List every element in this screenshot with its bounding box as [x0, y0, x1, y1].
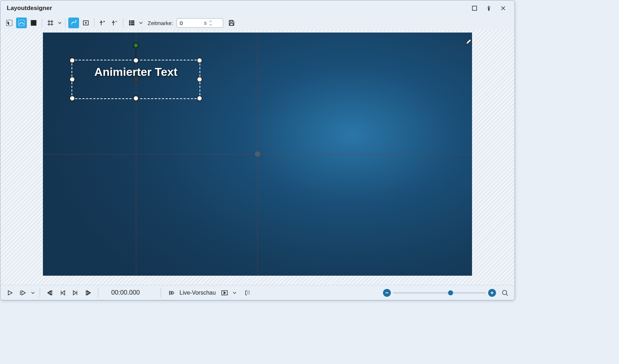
- bottombar-separator: [98, 288, 98, 297]
- toolbar: Zeitmarke: s: [0, 16, 515, 30]
- selected-object[interactable]: Animierter Text: [72, 60, 200, 99]
- zoom-fit-button[interactable]: [500, 287, 510, 298]
- zoom-slider-track[interactable]: [393, 292, 486, 294]
- grid-dropdown[interactable]: [57, 22, 62, 24]
- pin-button[interactable]: [482, 1, 496, 15]
- resize-handle-nw[interactable]: [69, 58, 75, 63]
- resize-handle-n[interactable]: [133, 58, 139, 63]
- timemark-input-wrap: s: [177, 18, 223, 28]
- keyframe-remove-button[interactable]: [109, 18, 120, 28]
- bottombar-separator: [161, 288, 161, 297]
- svg-point-17: [171, 292, 172, 293]
- eye-icon[interactable]: [165, 287, 176, 298]
- titlebar: Layoutdesigner: [0, 0, 515, 16]
- next-frame-button[interactable]: [70, 287, 81, 298]
- close-button[interactable]: [496, 1, 510, 15]
- play-button[interactable]: [5, 287, 15, 298]
- svg-rect-5: [31, 24, 36, 25]
- window-title: Layoutdesigner: [7, 5, 467, 12]
- resize-handle-s[interactable]: [133, 95, 139, 101]
- toolbar-separator: [42, 19, 42, 27]
- timemark-step-up[interactable]: [208, 19, 213, 23]
- goto-end-button[interactable]: [83, 287, 94, 298]
- svg-point-19: [502, 290, 507, 295]
- prev-frame-button[interactable]: [57, 287, 68, 298]
- zoom-control: [383, 287, 510, 298]
- toolbar-separator: [65, 19, 65, 27]
- select-tool-button[interactable]: [4, 18, 15, 28]
- layers-button[interactable]: [28, 18, 39, 28]
- resize-handle-e[interactable]: [197, 77, 202, 82]
- save-button[interactable]: [226, 18, 237, 28]
- bottombar-separator: [40, 288, 40, 297]
- zoom-slider-thumb[interactable]: [448, 290, 453, 295]
- edit-pencil-button[interactable]: [465, 38, 473, 46]
- path-tool-button[interactable]: [68, 18, 79, 28]
- goto-start-button[interactable]: [44, 287, 55, 298]
- zoom-in-button[interactable]: [488, 289, 496, 297]
- list-button[interactable]: [126, 18, 137, 28]
- maximize-button[interactable]: [467, 1, 482, 15]
- live-preview-label: Live-Vorschau: [180, 290, 216, 296]
- rotation-handle[interactable]: [133, 43, 139, 48]
- svg-rect-15: [230, 23, 233, 25]
- preview-mode-dropdown[interactable]: [232, 292, 237, 294]
- svg-rect-2: [19, 20, 24, 26]
- grid-button[interactable]: [45, 18, 56, 28]
- curve-toggle-button[interactable]: [16, 18, 27, 28]
- list-dropdown[interactable]: [138, 22, 143, 24]
- timemark-unit: s: [204, 20, 207, 26]
- toolbar-separator: [94, 19, 94, 27]
- svg-rect-9: [131, 21, 134, 21]
- svg-point-8: [129, 21, 131, 22]
- svg-point-10: [129, 23, 131, 24]
- timemark-input[interactable]: [179, 20, 204, 26]
- resize-handle-w[interactable]: [69, 77, 75, 82]
- svg-rect-3: [31, 20, 36, 22]
- frame-button[interactable]: [80, 18, 91, 28]
- svg-rect-0: [472, 6, 477, 10]
- anchor-point[interactable]: [133, 76, 139, 83]
- play-options-dropdown[interactable]: [30, 292, 35, 294]
- keyframe-add-button[interactable]: [97, 18, 108, 28]
- svg-point-12: [129, 24, 131, 25]
- resize-handle-sw[interactable]: [69, 95, 75, 101]
- toolbar-separator: [123, 19, 123, 27]
- svg-rect-13: [131, 24, 134, 25]
- timemark-step-down[interactable]: [208, 23, 213, 26]
- canvas-area: Animierter Text: [0, 30, 515, 285]
- canvas[interactable]: Animierter Text: [43, 33, 472, 276]
- svg-rect-14: [230, 20, 232, 22]
- bottombar: 00:00.000 Live-Vorschau: [0, 285, 515, 300]
- zoom-out-button[interactable]: [383, 289, 391, 297]
- columns-button[interactable]: [242, 287, 253, 298]
- preview-mode-button[interactable]: [219, 287, 230, 298]
- layout-designer-window: Layoutdesigner: [0, 0, 515, 300]
- canvas-center-marker: [254, 151, 261, 157]
- svg-rect-11: [131, 23, 134, 23]
- time-display: 00:00.000: [111, 289, 151, 296]
- play-from-cursor-button[interactable]: [18, 287, 28, 298]
- resize-handle-se[interactable]: [197, 95, 202, 101]
- timemark-label: Zeitmarke:: [148, 20, 173, 26]
- svg-point-6: [75, 20, 77, 21]
- resize-handle-ne[interactable]: [197, 58, 202, 63]
- svg-rect-4: [31, 22, 36, 24]
